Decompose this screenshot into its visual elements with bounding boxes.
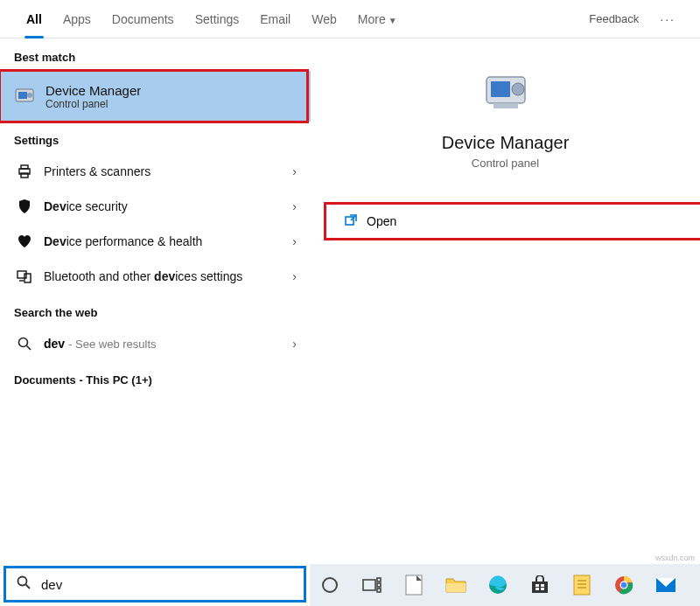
devices-icon [14,268,35,284]
chevron-right-icon: › [292,337,297,351]
feedback-link[interactable]: Feedback [577,12,651,25]
settings-item-label: Device security [44,199,292,213]
settings-item-device-security[interactable]: Device security › [0,189,311,224]
web-search-query: dev [44,337,65,351]
svg-rect-27 [532,582,548,593]
search-box[interactable] [4,566,306,603]
open-action[interactable]: Open [326,205,700,238]
svg-rect-25 [446,583,466,592]
task-view-icon[interactable] [357,570,387,600]
best-match-label: Best match [0,38,311,71]
svg-rect-29 [541,584,544,587]
svg-line-16 [351,215,356,220]
preview-subtitle: Control panel [472,157,539,170]
svg-point-9 [19,338,28,347]
tab-more[interactable]: More▼ [347,0,408,38]
edge-icon[interactable] [483,570,513,600]
svg-rect-14 [494,103,518,108]
svg-rect-1 [18,92,27,99]
web-section-label: Search the web [0,294,311,326]
svg-line-10 [27,346,32,351]
results-panel: Best match Device Manager Control panel … [0,38,311,606]
best-match-result[interactable]: Device Manager Control panel [0,71,311,122]
libreoffice-icon[interactable] [399,570,429,600]
svg-rect-15 [346,217,354,225]
settings-item-label: Printers & scanners [44,164,292,178]
settings-item-bluetooth[interactable]: Bluetooth and other devices settings › [0,259,311,294]
search-icon [14,337,35,351]
device-manager-large-icon [480,65,532,117]
shield-icon [14,199,35,214]
cortana-icon[interactable] [315,570,345,600]
documents-section-label: Documents - This PC (1+) [0,361,311,399]
settings-item-label: Bluetooth and other devices settings [44,269,292,283]
svg-point-38 [621,582,626,588]
web-search-hint: - See web results [68,338,156,351]
search-input[interactable] [41,577,304,592]
tab-email[interactable]: Email [249,0,301,38]
svg-point-2 [27,93,32,98]
chrome-icon[interactable] [609,570,639,600]
web-search-item[interactable]: dev - See web results › [0,326,311,361]
svg-point-13 [512,83,524,95]
svg-rect-23 [377,589,381,592]
svg-rect-20 [363,580,375,590]
file-explorer-icon[interactable] [441,570,471,600]
svg-point-19 [323,578,337,592]
chevron-right-icon: › [292,234,297,248]
settings-item-printers[interactable]: Printers & scanners › [0,154,311,189]
document-icon[interactable] [567,570,597,600]
taskbar [310,564,700,606]
svg-rect-30 [536,588,539,590]
tab-documents[interactable]: Documents [102,0,185,38]
settings-section-label: Settings [0,122,311,154]
preview-title: Device Manager [442,133,570,153]
svg-rect-31 [541,588,544,590]
svg-rect-12 [491,81,510,97]
chevron-down-icon: ▼ [388,16,397,25]
svg-rect-21 [377,578,381,582]
open-icon [344,213,358,230]
settings-item-device-performance[interactable]: Device performance & health › [0,224,311,259]
printer-icon [14,164,35,179]
tab-all[interactable]: All [16,0,52,38]
chevron-right-icon: › [292,269,297,283]
tab-web[interactable]: Web [301,0,347,38]
settings-item-label: Device performance & health [44,234,292,248]
preview-panel: Device Manager Control panel Open wsxdn.… [311,38,700,606]
svg-rect-28 [536,584,539,587]
svg-line-18 [26,585,31,589]
mail-icon[interactable] [651,570,681,600]
svg-rect-32 [574,575,590,595]
best-match-title: Device Manager [46,83,141,98]
tab-apps[interactable]: Apps [52,0,102,38]
tab-settings[interactable]: Settings [185,0,250,38]
search-icon [6,575,41,593]
svg-rect-22 [377,583,381,587]
watermark: wsxdn.com [655,554,695,562]
chevron-right-icon: › [292,199,297,213]
store-icon[interactable] [525,570,555,600]
best-match-subtitle: Control panel [46,98,141,110]
more-options-button[interactable]: ··· [651,12,684,26]
device-manager-icon [12,84,37,108]
svg-point-17 [18,577,27,586]
heart-shield-icon [14,233,35,249]
chevron-right-icon: › [292,164,297,178]
open-label: Open [367,214,396,228]
svg-rect-4 [21,165,28,169]
search-tabs: All Apps Documents Settings Email Web Mo… [0,0,700,38]
